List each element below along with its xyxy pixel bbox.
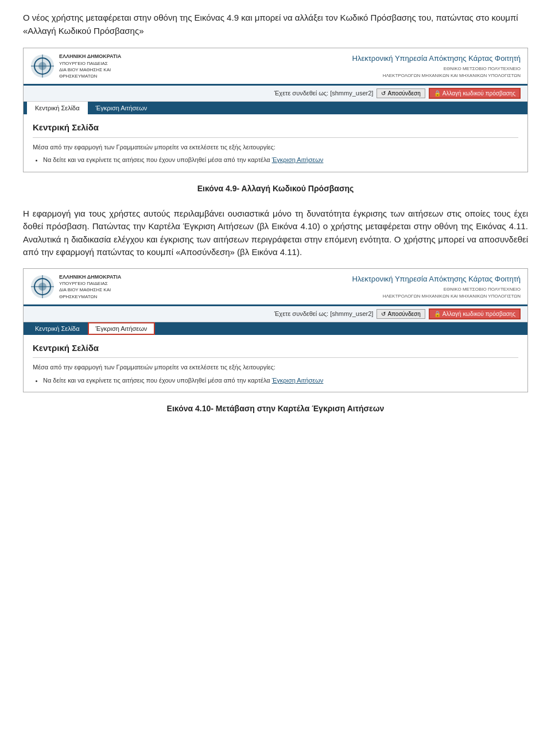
org-line2-1: ΥΠΟΥΡΓΕΙΟ ΠΑΙΔΕΙΑΣ xyxy=(59,60,139,67)
app-header-2: ΕΛΛΗΝΙΚΗ ΔΗΜΟΚΡΑΤΙΑ ΥΠΟΥΡΓΕΙΟ ΠΑΙΔΕΙΑΣ Δ… xyxy=(24,269,527,306)
app-org-text-1: ΕΛΛΗΝΙΚΗ ΔΗΜΟΚΡΑΤΙΑ ΥΠΟΥΡΓΕΙΟ ΠΑΙΔΕΙΑΣ Δ… xyxy=(59,53,139,79)
aposyndesi-label-2: Αποσύνδεση xyxy=(387,311,420,317)
bullet-text-2: Να δείτε και να εγκρίνετε τις αιτήσεις π… xyxy=(43,377,270,384)
bullet-text-1: Να δείτε και να εγκρίνετε τις αιτήσεις π… xyxy=(43,156,270,163)
main-desc-1: Μέσα από την εφαρμογή των Γραμματειών μπ… xyxy=(33,142,518,152)
bullet-item-1: Να δείτε και να εγκρίνετε τις αιτήσεις π… xyxy=(43,155,518,165)
figure-4-10-caption: Εικόνα 4.10- Μετάβαση στην Καρτέλα Έγκρι… xyxy=(23,403,528,415)
figure-4-10-box: ΕΛΛΗΝΙΚΗ ΔΗΜΟΚΡΑΤΙΑ ΥΠΟΥΡΓΕΙΟ ΠΑΙΔΕΙΑΣ Δ… xyxy=(23,268,528,393)
app-header-right-1: Ηλεκτρονική Υπηρεσία Απόκτησης Κάρτας Φο… xyxy=(352,53,521,79)
org-line3-2: ΔΙΑ ΒΙΟΥ ΜΑΘΗΣΗΣ ΚΑΙ ΘΡΗΣΚΕΥΜΑΤΩΝ xyxy=(59,287,139,299)
app-org-text-2: ΕΛΛΗΝΙΚΗ ΔΗΜΟΚΡΑΤΙΑ ΥΠΟΥΡΓΕΙΟ ΠΑΙΔΕΙΑΣ Δ… xyxy=(59,273,139,300)
aposyndesi-button-2[interactable]: ↺ Αποσύνδεση xyxy=(377,309,425,319)
org-line1-1: ΕΛΛΗΝΙΚΗ ΔΗΜΟΚΡΑΤΙΑ xyxy=(59,53,139,60)
aposyndesi-button-1[interactable]: ↺ Αποσύνδεση xyxy=(377,88,425,98)
page-heading-1: Κεντρική Σελίδα xyxy=(33,121,518,138)
allagi-label-2: Αλλαγή κωδικού πρόσβασης xyxy=(443,311,515,317)
tab-egkrisi-1[interactable]: Έγκριση Αιτήσεων xyxy=(88,102,156,114)
page-heading-2: Κεντρική Σελίδα xyxy=(33,342,518,358)
allagi-button-2[interactable]: 🔒 Αλλαγή κωδικού πρόσβασης xyxy=(429,308,521,319)
user-text-2: Έχετε συνδεθεί ως: [shmmy_user2] xyxy=(274,309,374,319)
app-uni-text-2: ΕΘΝΙΚΟ ΜΕΤΣΟΒΙΟ ΠΟΛΥΤΕΧΝΕΙΟ ΗΛΕΚΤΡΟΛΟΓΩΝ… xyxy=(383,286,521,300)
bullet-item-2: Να δείτε και να εγκρίνετε τις αιτήσεις π… xyxy=(43,376,518,385)
tab-kentrike-1[interactable]: Κεντρική Σελίδα xyxy=(27,102,88,114)
main-content-1: Κεντρική Σελίδα Μέσα από την εφαρμογή τω… xyxy=(24,114,527,172)
main-content-2: Κεντρική Σελίδα Μέσα από την εφαρμογή τω… xyxy=(24,335,527,392)
app-title-2: Ηλεκτρονική Υπηρεσία Απόκτησης Κάρτας Φο… xyxy=(352,273,521,285)
user-text-1: Έχετε συνδεθεί ως: [shmmy_user2] xyxy=(274,88,374,98)
aposyndesi-label-1: Αποσύνδεση xyxy=(387,90,420,97)
nav-tabs-1: Κεντρική Σελίδα Έγκριση Αιτήσεων xyxy=(24,102,527,114)
allagi-icon-1: 🔒 xyxy=(434,90,441,97)
main-desc-2: Μέσα από την εφαρμογή των Γραμματειών μπ… xyxy=(33,362,518,372)
tab-egkrisi-2[interactable]: Έγκριση Αιτήσεων xyxy=(88,322,156,335)
uni-line2-2: ΗΛΕΚΤΡΟΛΟΓΩΝ ΜΗΧΑΝΙΚΩΝ ΚΑΙ ΜΗΧΑΝΙΚΩΝ ΥΠΟ… xyxy=(383,293,521,300)
allagi-icon-2: 🔒 xyxy=(434,311,441,317)
app-logo-2 xyxy=(30,275,55,299)
body-paragraph-1: Η εφαρμογή για τους χρήστες αυτούς περιλ… xyxy=(23,207,528,259)
app-header-left-1: ΕΛΛΗΝΙΚΗ ΔΗΜΟΚΡΑΤΙΑ ΥΠΟΥΡΓΕΙΟ ΠΑΙΔΕΙΑΣ Δ… xyxy=(30,53,139,79)
aposyndesi-icon-2: ↺ xyxy=(381,311,386,317)
app-header-right-2: Ηλεκτρονική Υπηρεσία Απόκτησης Κάρτας Φο… xyxy=(352,273,521,300)
bullet-link-1[interactable]: Έγκριση Αιτήσεων xyxy=(272,156,324,163)
allagi-button-1[interactable]: 🔒 Αλλαγή κωδικού πρόσβασης xyxy=(429,88,521,99)
org-line1-2: ΕΛΛΗΝΙΚΗ ΔΗΜΟΚΡΑΤΙΑ xyxy=(59,273,139,281)
nav-tabs-2: Κεντρική Σελίδα Έγκριση Αιτήσεων xyxy=(24,322,527,335)
allagi-label-1: Αλλαγή κωδικού πρόσβασης xyxy=(443,90,515,97)
intro-paragraph: Ο νέος χρήστης μεταφέρεται στην οθόνη τη… xyxy=(23,11,528,37)
org-line3-1: ΔΙΑ ΒΙΟΥ ΜΑΘΗΣΗΣ ΚΑΙ ΘΡΗΣΚΕΥΜΑΤΩΝ xyxy=(59,67,139,79)
figure-4-9-caption: Εικόνα 4.9- Αλλαγή Κωδικού Πρόσβασης xyxy=(23,183,528,195)
aposyndesi-icon-1: ↺ xyxy=(381,90,386,97)
user-bar-2: Έχετε συνδεθεί ως: [shmmy_user2] ↺ Αποσύ… xyxy=(24,306,527,322)
app-title-1: Ηλεκτρονική Υπηρεσία Απόκτησης Κάρτας Φο… xyxy=(352,53,521,64)
org-line2-2: ΥΠΟΥΡΓΕΙΟ ΠΑΙΔΕΙΑΣ xyxy=(59,280,139,287)
uni-line1-2: ΕΘΝΙΚΟ ΜΕΤΣΟΒΙΟ ΠΟΛΥΤΕΧΝΕΙΟ xyxy=(383,286,521,293)
figure-4-9-box: ΕΛΛΗΝΙΚΗ ΔΗΜΟΚΡΑΤΙΑ ΥΠΟΥΡΓΕΙΟ ΠΑΙΔΕΙΑΣ Δ… xyxy=(23,48,528,172)
uni-line2-1: ΗΛΕΚΤΡΟΛΟΓΩΝ ΜΗΧΑΝΙΚΩΝ ΚΑΙ ΜΗΧΑΝΙΚΩΝ ΥΠΟ… xyxy=(383,72,521,79)
uni-line1-1: ΕΘΝΙΚΟ ΜΕΤΣΟΒΙΟ ΠΟΛΥΤΕΧΝΕΙΟ xyxy=(383,65,521,72)
app-header-1: ΕΛΛΗΝΙΚΗ ΔΗΜΟΚΡΑΤΙΑ ΥΠΟΥΡΓΕΙΟ ΠΑΙΔΕΙΑΣ Δ… xyxy=(24,48,527,86)
app-logo-1 xyxy=(30,54,55,78)
app-header-left-2: ΕΛΛΗΝΙΚΗ ΔΗΜΟΚΡΑΤΙΑ ΥΠΟΥΡΓΕΙΟ ΠΑΙΔΕΙΑΣ Δ… xyxy=(30,273,139,300)
tab-kentrike-2[interactable]: Κεντρική Σελίδα xyxy=(27,322,88,335)
bullet-link-2[interactable]: Έγκριση Αιτήσεων xyxy=(272,377,324,384)
user-bar-1: Έχετε συνδεθεί ως: [shmmy_user2] ↺ Αποσύ… xyxy=(24,86,527,102)
app-uni-text-1: ΕΘΝΙΚΟ ΜΕΤΣΟΒΙΟ ΠΟΛΥΤΕΧΝΕΙΟ ΗΛΕΚΤΡΟΛΟΓΩΝ… xyxy=(383,65,521,79)
